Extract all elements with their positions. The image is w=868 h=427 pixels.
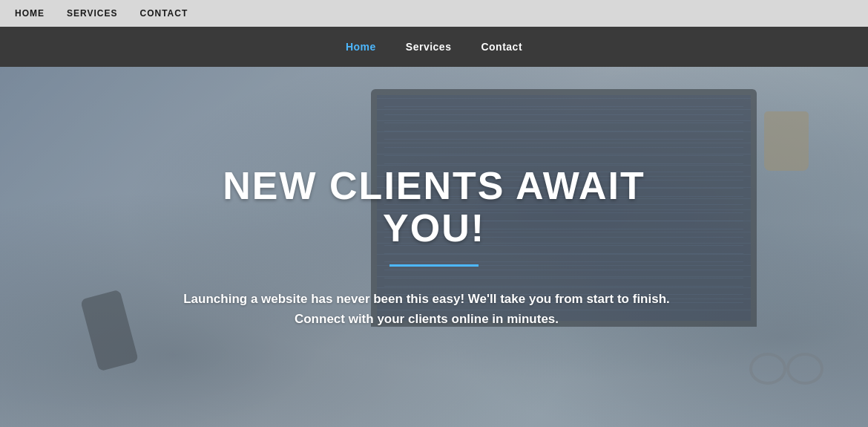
hero-section: NEW CLIENTS AWAIT YOU! Launching a websi… bbox=[0, 67, 868, 427]
hero-subtitle: Launching a website has never been this … bbox=[167, 289, 686, 329]
secondary-nav-home[interactable]: Home bbox=[346, 41, 376, 53]
top-navigation: HOME SERVICES CONTACT bbox=[0, 0, 868, 27]
hero-title: NEW CLIENTS AWAIT YOU! bbox=[167, 165, 701, 250]
secondary-nav-contact[interactable]: Contact bbox=[481, 41, 522, 53]
top-nav-contact[interactable]: CONTACT bbox=[139, 8, 188, 19]
secondary-navigation: Home Services Contact bbox=[0, 27, 868, 67]
hero-content: NEW CLIENTS AWAIT YOU! Launching a websi… bbox=[137, 165, 731, 330]
top-nav-services[interactable]: SERVICES bbox=[67, 8, 117, 19]
hero-divider bbox=[389, 264, 479, 267]
secondary-nav-services[interactable]: Services bbox=[406, 41, 452, 53]
top-nav-home[interactable]: HOME bbox=[15, 8, 45, 19]
